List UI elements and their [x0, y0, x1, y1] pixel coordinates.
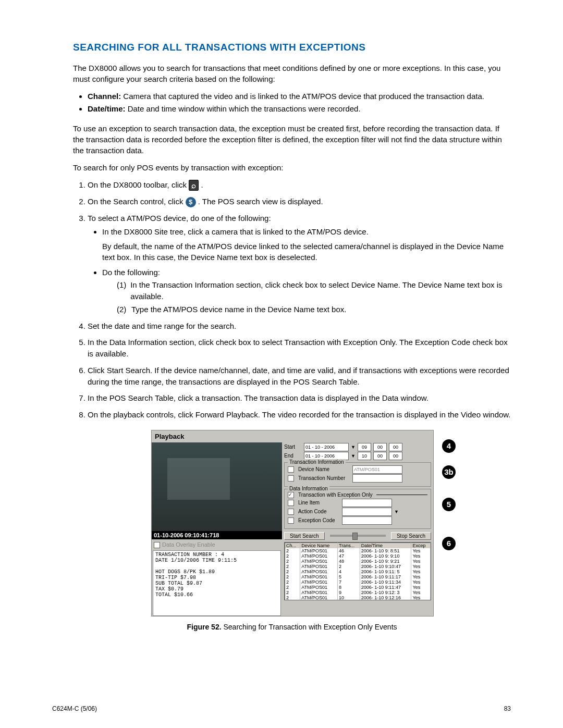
table-row[interactable]: 2ATM/POS0142006- 1-10 9:11: 5Yes [285, 569, 431, 574]
figure-caption-text: Searching for Transaction with Exception… [222, 623, 397, 631]
figure-label: Figure 52. [187, 623, 221, 631]
step-3-sub-2-text: Do the following: [102, 268, 160, 277]
table-header[interactable]: Ch... [285, 542, 300, 548]
step-4: Set the date and time range for the sear… [88, 320, 511, 332]
search-intro: To search for only POS events by transac… [73, 162, 511, 173]
footer-page-number: 83 [504, 705, 511, 712]
overlay-label: Data Overlay Enable [162, 541, 215, 548]
table-row[interactable]: 2ATM/POS0192006- 1-10 9:12: 3Yes [285, 590, 431, 595]
video-timestamp: 01-10-2006 09:10:41:718 [152, 531, 282, 539]
table-row[interactable]: 2ATM/POS0172006- 1-10 9:11:34Yes [285, 579, 431, 585]
start-search-button[interactable]: Start Search [284, 532, 325, 540]
callout-3b: 3b [442, 465, 456, 479]
progress-slider[interactable] [330, 535, 386, 537]
table-row[interactable]: 2ATM/POS0122006- 1-10 9:10:47Yes [285, 564, 431, 569]
line-item-label: Line Item [298, 500, 340, 505]
transaction-number-label: Transaction Number [298, 475, 350, 481]
step-7: In the POS Search Table, click a transac… [88, 392, 511, 404]
step-2: On the Search control, click $ . The POS… [88, 196, 511, 207]
search-toolbar-icon: ⌕ [189, 180, 199, 191]
step-5: In the Data Information section, click c… [88, 337, 511, 360]
footer-doc-id: C624M-C (5/06) [52, 705, 97, 712]
pos-search-icon: $ [186, 197, 196, 207]
steps-list: On the DX8000 toolbar, click ⌕ . On the … [73, 179, 511, 421]
table-header[interactable]: Trans... [338, 542, 360, 548]
end-sec-spinner[interactable]: 00 [389, 452, 402, 460]
data-info-group: Data Information Transaction with Except… [284, 489, 431, 529]
pos-search-table[interactable]: Ch...Device NameTrans...Date/TimeExcep2A… [285, 542, 431, 600]
exception-only-label: Transaction with Exception Only [298, 492, 372, 498]
step-2-text-a: On the Search control, click [88, 197, 186, 206]
data-overlay-enable[interactable]: Data Overlay Enable [152, 539, 282, 550]
action-code-label: Action Code [298, 509, 340, 514]
action-code-select[interactable] [342, 508, 392, 516]
step-3-sub-2-2: Type the ATM/POS device name in the Devi… [131, 304, 346, 315]
start-label: Start [284, 444, 302, 450]
panel-title: Playback [152, 430, 433, 442]
line-item-input[interactable] [342, 499, 392, 507]
table-row[interactable]: 2ATM/POS01482006- 1-10 9: 9:21Yes [285, 559, 431, 564]
table-row[interactable]: 2ATM/POS01462006- 1-10 9: 8:51Yes [285, 548, 431, 553]
table-row[interactable]: 2ATM/POS01102006- 1-10 9:12:16Yes [285, 595, 431, 600]
pos-search-table-wrap: Ch...Device NameTrans...Date/TimeExcep2A… [284, 542, 431, 600]
start-min-spinner[interactable]: 00 [373, 443, 387, 451]
step-3-sub-1-note: By default, the name of the ATM/POS devi… [102, 241, 511, 263]
exception-code-label: Exception Code [298, 517, 340, 523]
callout-6: 6 [442, 537, 456, 550]
line-item-checkbox[interactable] [288, 500, 294, 506]
table-row[interactable]: 2ATM/POS01472006- 1-10 9: 9:10Yes [285, 553, 431, 559]
step-3-text: To select a ATM/POS device, do one of th… [88, 214, 271, 223]
step-3-sub-1: In the DX8000 Site tree, click a camera … [102, 226, 511, 263]
exception-note: To use an exception to search transactio… [73, 123, 511, 156]
table-header[interactable]: Excep [411, 542, 431, 548]
start-sec-spinner[interactable]: 00 [389, 443, 402, 451]
device-name-checkbox[interactable] [288, 466, 294, 473]
step-3-sub-2: Do the following: (1)In the Transaction … [102, 267, 511, 315]
criteria-datetime: Date/time: Date and time window within w… [88, 103, 511, 115]
end-label: End [284, 453, 302, 459]
device-name-label: Device Name [298, 466, 350, 472]
overlay-checkbox[interactable] [154, 542, 160, 548]
step-1-text-a: On the DX8000 toolbar, click [88, 180, 189, 189]
start-hour-spinner[interactable]: 09 [358, 443, 371, 451]
step-3: To select a ATM/POS device, do one of th… [88, 213, 511, 315]
transaction-info-title: Transaction Information [288, 459, 346, 465]
device-name-input[interactable]: ATM/POS01 [352, 465, 402, 474]
end-min-spinner[interactable]: 00 [373, 452, 387, 460]
data-window[interactable]: TRANSACTION NUMBER : 4DATE 1/10/2006 TIM… [153, 550, 281, 616]
channel-text: Camera that captured the video and is li… [121, 92, 484, 101]
table-row[interactable]: 2ATM/POS0182006- 1-10 9:11:47Yes [285, 585, 431, 590]
table-header[interactable]: Date/Time [360, 542, 411, 548]
intro-paragraph: The DX8000 allows you to search for tran… [73, 63, 511, 84]
video-window[interactable] [152, 442, 282, 531]
exception-code-input[interactable] [342, 516, 392, 525]
stop-search-button[interactable]: Stop Search [391, 532, 431, 540]
transaction-number-checkbox[interactable] [288, 475, 294, 482]
datetime-text: Date and time window within which the tr… [126, 104, 361, 113]
start-date-input[interactable]: 01 - 10 - 2006 [304, 443, 349, 451]
step-1: On the DX8000 toolbar, click ⌕ . [88, 179, 511, 191]
criteria-list: Channel: Camera that captured the video … [73, 91, 511, 115]
step-1-text-b: . [201, 180, 203, 189]
step-8: On the playback controls, click Forward … [88, 409, 511, 421]
callout-4: 4 [442, 439, 456, 453]
table-header[interactable]: Device Name [300, 542, 338, 548]
step-3-sub-2-1: In the Transaction Information section, … [130, 279, 511, 302]
step-2-text-b: . The POS search view is displayed. [198, 197, 323, 206]
datetime-label: Date/time: [88, 104, 126, 113]
step-3-sub-1-text: In the DX8000 Site tree, click a camera … [102, 227, 369, 236]
callout-5: 5 [442, 498, 456, 511]
criteria-channel: Channel: Camera that captured the video … [88, 91, 511, 102]
exception-code-checkbox[interactable] [288, 517, 294, 524]
transaction-number-input[interactable] [352, 474, 402, 483]
action-code-checkbox[interactable] [288, 509, 294, 515]
end-hour-spinner[interactable]: 10 [358, 452, 371, 460]
figure-caption: Figure 52. Searching for Transaction wit… [151, 623, 433, 631]
start-row: Start 01 - 10 - 2006 ▼ 09 00 00 [284, 443, 431, 451]
step-6: Click Start Search. If the device name/c… [88, 365, 511, 388]
channel-label: Channel: [88, 92, 121, 101]
data-info-title: Data Information [288, 486, 329, 491]
table-row[interactable]: 2ATM/POS0152006- 1-10 9:11:17Yes [285, 574, 431, 579]
transaction-info-group: Transaction Information Device Name ATM/… [284, 462, 431, 487]
exception-only-checkbox[interactable] [288, 492, 294, 498]
